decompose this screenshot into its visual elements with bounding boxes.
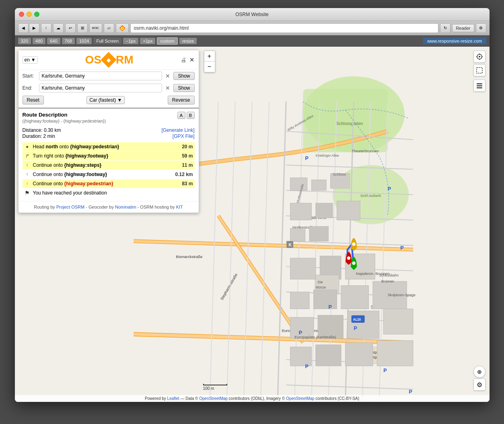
osrm-link[interactable]: Project OSRM xyxy=(56,205,84,209)
close-button[interactable] xyxy=(19,12,24,17)
maximize-button[interactable] xyxy=(34,12,39,17)
minimize-button[interactable] xyxy=(27,12,32,17)
share-button[interactable]: ↑ xyxy=(41,23,51,33)
url-bar[interactable]: osrm.naviki.org/main.html xyxy=(130,23,439,33)
svg-rect-25 xyxy=(290,258,315,279)
bookmark-button[interactable]: ☁ xyxy=(53,23,64,33)
history-button[interactable]: ↩ xyxy=(65,23,76,33)
svg-text:ALDI: ALDI xyxy=(353,317,361,322)
vehicle-dropdown[interactable]: Car (fastest) ▼ xyxy=(86,96,125,104)
start-clear-button[interactable]: ✕ xyxy=(165,73,171,79)
zoom-out-button[interactable]: − xyxy=(204,61,215,72)
window-controls xyxy=(19,12,39,17)
locate-button[interactable] xyxy=(473,51,485,63)
print-icon[interactable]: 🖨 xyxy=(181,57,186,63)
w3c-button[interactable]: W3C xyxy=(89,23,102,33)
scale-label: 100 m xyxy=(203,386,214,391)
svg-rect-78 xyxy=(477,68,482,73)
osm-imagery-link[interactable]: OpenStreetMap xyxy=(286,396,315,401)
start-input[interactable] xyxy=(39,72,163,80)
responsive-resize-url[interactable]: www.responsive-resize.com xyxy=(423,38,486,44)
mobile-button[interactable]: ▱ xyxy=(104,23,114,33)
map-settings-button[interactable]: ⚙ xyxy=(473,379,485,391)
reset-button[interactable]: Reset xyxy=(23,96,44,104)
step-6-text: You have reached your destination xyxy=(33,190,193,196)
step-5: ↑ Continue onto {highway:pedestrian} 83 … xyxy=(23,179,195,188)
osm-data-link[interactable]: OpenStreetMap xyxy=(199,396,228,401)
compass-button[interactable]: ⊕ xyxy=(473,366,485,378)
window-title: OSRM Website xyxy=(235,12,268,17)
close-icon[interactable]: ✕ xyxy=(189,57,194,63)
width-480-button[interactable]: 480 xyxy=(33,38,45,44)
duration-value: 2 min xyxy=(43,133,55,139)
gpx-link[interactable]: [GPX File] xyxy=(173,133,195,139)
nominatim-link[interactable]: Nominatim xyxy=(115,205,136,209)
back-button[interactable]: ◀ xyxy=(18,23,29,33)
svg-text:P: P xyxy=(383,368,387,373)
osrm-icon[interactable]: O xyxy=(116,23,129,33)
vehicle-label: Car (fastest) xyxy=(89,97,116,103)
page-button[interactable]: ⊞ xyxy=(77,23,88,33)
reverse-button[interactable]: Reverse xyxy=(168,96,195,104)
route-b-button[interactable]: B xyxy=(187,112,195,119)
minus-px-button[interactable]: −1px xyxy=(123,38,138,44)
svg-text:Knielinger Allee: Knielinger Allee xyxy=(315,154,339,158)
svg-text:Bismarckstraße: Bismarckstraße xyxy=(176,254,202,259)
width-768-button[interactable]: 768 xyxy=(62,38,75,44)
zoom-in-button[interactable]: + xyxy=(204,51,215,61)
svg-text:Schloss: Schloss xyxy=(332,172,346,176)
route-a-button[interactable]: A xyxy=(177,112,185,119)
svg-point-59 xyxy=(352,262,355,265)
svg-rect-40 xyxy=(315,345,341,366)
svg-point-57 xyxy=(352,242,355,246)
step-3-icon: ↑ xyxy=(24,162,31,168)
language-text: en xyxy=(25,57,30,63)
content-area: Schlossgarten Schlossberk Bismarckstraße xyxy=(15,47,490,402)
svg-text:P: P xyxy=(409,389,412,395)
step-1-distance: 20 m xyxy=(182,144,193,150)
reader-button[interactable]: Reader xyxy=(452,24,474,32)
start-show-button[interactable]: Show xyxy=(173,72,194,80)
custom-button[interactable]: custom xyxy=(157,37,177,45)
title-bar: OSRM Website xyxy=(15,8,490,21)
scale-bar: 100 m xyxy=(203,384,227,391)
end-label: End: xyxy=(23,85,37,91)
width-640-button[interactable]: 640 xyxy=(47,38,60,44)
step-4: ↑ Continue onto {highway:footway} 0.12 k… xyxy=(23,170,195,179)
select-area-button[interactable] xyxy=(473,64,485,76)
step-2: ↱ Turn right onto {highway:footway} 59 m xyxy=(23,152,195,160)
layers-button[interactable] xyxy=(473,80,485,92)
svg-rect-81 xyxy=(477,87,482,88)
start-row: Start: ✕ Show xyxy=(19,70,199,82)
step-2-text: Turn right onto {highway:footway} xyxy=(33,153,182,159)
svg-rect-33 xyxy=(341,286,368,309)
duration-text: Duration: 2 min xyxy=(23,133,55,139)
svg-rect-79 xyxy=(477,83,482,84)
resize-button[interactable]: resize xyxy=(179,38,197,44)
svg-point-73 xyxy=(479,56,480,57)
leaflet-link[interactable]: Leaflet xyxy=(167,396,179,401)
fullscreen-button[interactable]: Full Screen xyxy=(93,38,121,44)
end-clear-button[interactable]: ✕ xyxy=(165,85,171,91)
route-steps: ● Head north onto {highway:pedestrian} 2… xyxy=(23,142,195,197)
width-320-button[interactable]: 320 xyxy=(18,38,31,44)
plus-px-button[interactable]: +1px xyxy=(140,38,155,44)
step-5-text: Continue onto {highway:pedestrian} xyxy=(33,181,182,186)
language-selector[interactable]: en ▼ xyxy=(23,56,38,63)
end-show-button[interactable]: Show xyxy=(173,84,194,92)
distance-row: Distance: 0.30 km [Generate Link] xyxy=(23,127,195,133)
width-1024-button[interactable]: 1024 xyxy=(76,38,92,44)
map-area[interactable]: Schlossgarten Schlossberk Bismarckstraße xyxy=(15,47,490,402)
forward-button[interactable]: ▶ xyxy=(29,23,39,33)
step-2-distance: 59 m xyxy=(182,153,193,159)
end-input[interactable] xyxy=(39,84,163,92)
vehicle-chevron-icon: ▼ xyxy=(117,97,122,103)
kit-link[interactable]: KIT xyxy=(176,205,183,209)
step-1-text: Head north onto {highway:pedestrian} xyxy=(33,144,182,150)
svg-text:P: P xyxy=(305,364,308,369)
refresh-button[interactable]: ↻ xyxy=(440,23,451,33)
extensions-button[interactable]: ⚙ xyxy=(476,23,486,33)
osrm-panel: en ▼ OS ◆ RM 🖨 ✕ xyxy=(18,50,199,213)
svg-text:P: P xyxy=(328,304,331,310)
generate-link[interactable]: [Generate Link] xyxy=(161,127,194,133)
